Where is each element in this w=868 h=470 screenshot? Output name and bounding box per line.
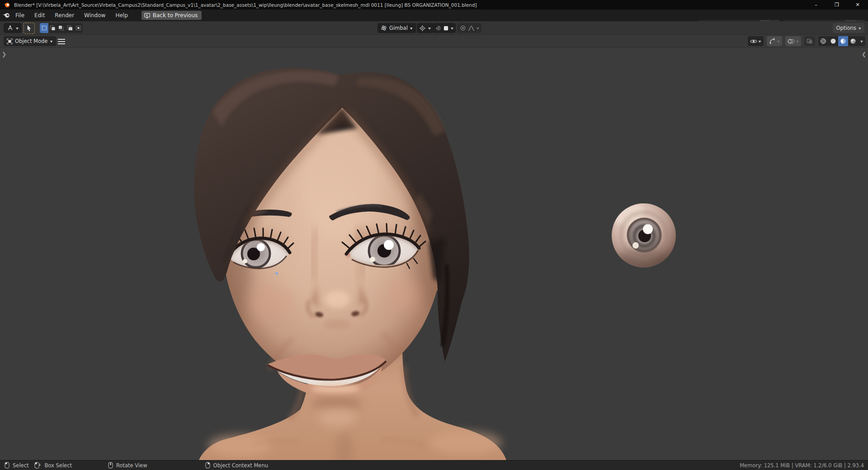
window-titlebar: Blender* [V:\Virbela_Art\Art_Source\Virb… [0, 0, 868, 9]
shading-rendered[interactable] [848, 36, 858, 46]
snap-increment-icon [443, 25, 449, 31]
overlays-toggle[interactable]: ▼ [785, 36, 801, 46]
editor-type-icon [7, 25, 14, 31]
shading-wireframe[interactable] [818, 36, 828, 46]
magnet-icon [435, 25, 441, 31]
hamburger-menu-icon[interactable] [57, 38, 66, 45]
floating-eyeball[interactable] [610, 200, 676, 274]
snapping-control[interactable]: ▼ [433, 23, 456, 33]
gizmos-toggle[interactable]: ▼ [767, 36, 782, 46]
material-sphere-icon [840, 38, 846, 44]
mode-label: Object Mode [15, 38, 47, 44]
falloff-curve-icon [468, 25, 475, 31]
shading-mode-buttons: ▼ [818, 36, 865, 46]
toolbar-expand-arrow[interactable]: ❯ [2, 51, 6, 57]
sidebar-expand-arrow[interactable]: ❮ [862, 51, 866, 57]
avatar-head-render: ❯ ❮ [0, 48, 868, 460]
object-mode-icon [7, 38, 13, 44]
solid-sphere-icon [830, 38, 836, 44]
viewport-header: Object Mode ▼ ▼ ▼ ▼ [0, 35, 868, 48]
overlays-icon [788, 38, 795, 44]
xray-toggle[interactable] [804, 36, 815, 46]
xray-icon [807, 38, 813, 44]
editor-type-selector[interactable]: ▼ [4, 23, 22, 33]
proportional-edit-icon [460, 25, 466, 31]
status-rotate-view-label: Rotate View [116, 462, 147, 469]
back-screen-icon [144, 13, 150, 19]
status-context-menu-label: Object Context Menu [213, 462, 268, 469]
menu-bar: File Edit Render Window Help Back to Pre… [0, 9, 868, 21]
cursor-icon [26, 25, 32, 32]
transform-orientation-selector[interactable]: Gimbal ▼ [377, 23, 416, 33]
mouse-right-icon [205, 462, 210, 469]
status-select: Select [5, 462, 28, 469]
viewport-3d[interactable]: ❯ ❮ [0, 48, 868, 460]
shading-dropdown-chevron[interactable]: ▼ [858, 36, 865, 46]
menu-window[interactable]: Window [79, 9, 110, 21]
tool-settings-bar: ▼ Gimbal ▼ [0, 21, 868, 35]
status-select-label: Select [13, 462, 28, 469]
blender-icon [3, 12, 10, 19]
restore-button[interactable]: ❐ [826, 0, 847, 9]
status-box-select-label: Box Select [44, 462, 72, 469]
gizmo-icon [769, 38, 776, 44]
select-mode-buttons [40, 23, 83, 33]
select-mode-invert[interactable] [66, 23, 74, 33]
status-bar: Select Box Select Rotate View Object Con… [0, 460, 868, 470]
shading-material-preview[interactable] [838, 36, 848, 46]
active-tool-select-box[interactable] [24, 23, 35, 34]
visibility-eye-icon [750, 38, 757, 44]
window-title: Blender* [V:\Virbela_Art\Art_Source\Virb… [14, 2, 477, 8]
gimbal-orientation-icon [381, 25, 387, 31]
menu-file[interactable]: File [10, 9, 29, 21]
options-dropdown[interactable]: Options ▼ [833, 23, 864, 33]
wireframe-sphere-icon [820, 38, 826, 44]
minimize-button[interactable]: – [806, 0, 826, 9]
orientation-label: Gimbal [389, 25, 408, 31]
close-button[interactable]: ✕ [847, 0, 868, 9]
menu-help[interactable]: Help [110, 9, 132, 21]
mouse-middle-icon [108, 462, 113, 469]
proportional-editing-control[interactable]: ▼ [458, 23, 481, 33]
pivot-point-icon [419, 25, 426, 32]
pivot-point-selector[interactable]: ▼ [417, 23, 433, 33]
status-box-select: Box Select [34, 462, 72, 469]
shading-solid[interactable] [828, 36, 838, 46]
back-to-previous-button[interactable]: Back to Previous [142, 11, 202, 20]
blender-logo-icon [4, 1, 10, 8]
back-to-previous-label: Back to Previous [153, 12, 198, 19]
status-context-menu: Object Context Menu [205, 462, 268, 469]
options-label: Options [836, 25, 856, 31]
select-mode-intersect[interactable] [74, 23, 83, 33]
menu-edit[interactable]: Edit [29, 9, 50, 21]
mouse-left-drag-icon [34, 462, 41, 469]
status-rotate-view: Rotate View [108, 462, 147, 469]
menu-render[interactable]: Render [50, 9, 79, 21]
select-mode-subtract[interactable] [57, 23, 66, 33]
rendered-sphere-icon [850, 38, 856, 44]
mode-selector[interactable]: Object Mode ▼ [4, 36, 56, 46]
show-object-types[interactable]: ▼ [748, 36, 764, 46]
status-info: Memory: 125.1 MiB | VRAM: 1.2/6.0 GiB | … [740, 462, 864, 469]
object-origin-dot [276, 273, 278, 275]
mouse-left-icon [5, 462, 9, 469]
select-mode-extend[interactable] [48, 23, 57, 33]
select-mode-set[interactable] [40, 23, 48, 33]
